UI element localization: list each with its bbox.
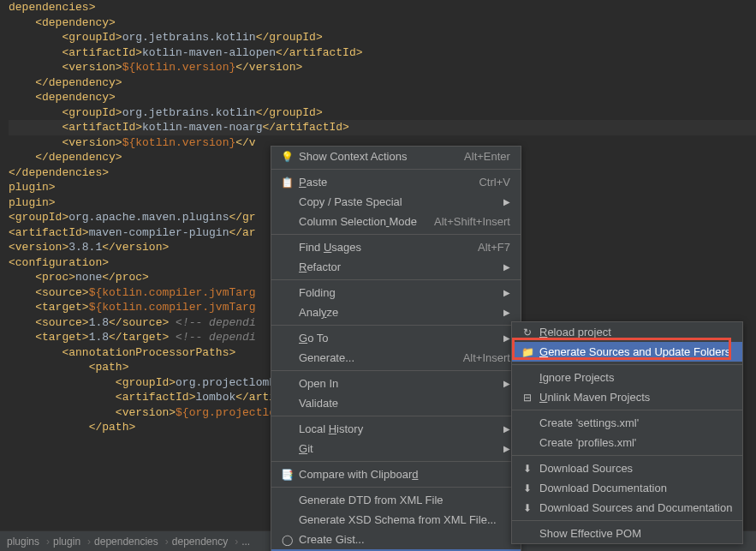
menu-item[interactable]: ⬇Download Documentation xyxy=(512,478,742,498)
menu-separator xyxy=(512,455,742,456)
menu-item[interactable]: Local History▶ xyxy=(271,419,521,439)
menu-icon: ↻ xyxy=(519,326,536,339)
submenu-arrow-icon: ▶ xyxy=(503,424,510,434)
code-text: ${kotlin.compiler.jvmTarg xyxy=(89,301,256,314)
context-menu: 💡Show Context ActionsAlt+Enter📋PasteCtrl… xyxy=(271,146,521,551)
menu-item[interactable]: 📑Compare with Clipboard xyxy=(271,464,521,484)
menu-item[interactable]: Find UsagesAlt+F7 xyxy=(271,237,521,257)
menu-label: Refactor xyxy=(299,261,486,273)
menu-item[interactable]: 📁Generate Sources and Update Folders xyxy=(512,342,742,362)
menu-label: Go To xyxy=(299,332,486,344)
menu-icon xyxy=(278,215,295,229)
menu-label: Create 'profiles.xml' xyxy=(539,436,732,449)
menu-label: Ignore Projects xyxy=(539,371,732,384)
menu-icon: ⬇ xyxy=(519,482,536,495)
maven-submenu: ↻Reload project📁Generate Sources and Upd… xyxy=(511,321,743,544)
submenu-arrow-icon: ▶ xyxy=(503,197,510,207)
code-text: ${kotlin.version} xyxy=(122,61,236,74)
breadcrumb-item[interactable]: plugins xyxy=(7,536,39,548)
code-text: ${kotlin.version} xyxy=(122,136,236,149)
menu-icon: 📑 xyxy=(278,468,295,482)
menu-item[interactable]: ⊟Unlink Maven Projects xyxy=(512,387,742,407)
menu-separator xyxy=(512,410,742,410)
menu-icon xyxy=(519,436,536,450)
menu-item[interactable]: Refactor▶ xyxy=(271,257,521,277)
menu-separator xyxy=(271,370,521,371)
menu-item[interactable]: Create 'profiles.xml' xyxy=(512,433,742,452)
menu-icon xyxy=(278,261,295,274)
menu-item[interactable]: ↻Reload project xyxy=(512,322,742,342)
menu-item[interactable]: 📋PasteCtrl+V xyxy=(271,172,521,192)
code-text: 3.8.1 xyxy=(68,241,102,254)
breadcrumb-separator-icon: › xyxy=(235,536,238,548)
menu-item[interactable]: Generate XSD Schema from XML File... xyxy=(271,510,521,530)
menu-icon xyxy=(278,397,295,410)
menu-separator xyxy=(271,461,521,462)
menu-icon xyxy=(278,351,295,365)
menu-item[interactable]: Generate...Alt+Insert xyxy=(271,348,521,368)
menu-icon xyxy=(278,422,295,436)
code-comment: <!-- dependi xyxy=(176,331,256,344)
menu-icon: ⊟ xyxy=(519,391,536,404)
menu-item[interactable]: 💡Show Context ActionsAlt+Enter xyxy=(271,147,521,166)
menu-label: Reload project xyxy=(539,326,732,338)
menu-shortcut: Alt+Shift+Insert xyxy=(434,215,510,228)
menu-label: Paste xyxy=(299,176,461,189)
menu-separator xyxy=(271,487,521,488)
menu-item[interactable]: Open In▶ xyxy=(271,374,521,393)
menu-label: Create 'settings.xml' xyxy=(539,416,732,429)
breadcrumb-item[interactable]: dependencies xyxy=(94,536,158,548)
code-text: kotlin-maven-noarg xyxy=(142,121,262,134)
menu-label: Show Effective POM xyxy=(539,527,732,540)
breadcrumb-item[interactable]: ... xyxy=(241,536,250,548)
menu-item[interactable]: ◯Create Gist... xyxy=(271,530,521,549)
menu-item[interactable]: Create 'settings.xml' xyxy=(512,413,742,433)
menu-label: Find Usages xyxy=(299,241,461,254)
menu-item[interactable]: Folding▶ xyxy=(271,283,521,302)
menu-icon: 📋 xyxy=(278,176,295,189)
menu-icon: ⬇ xyxy=(519,462,536,476)
menu-shortcut: Alt+Insert xyxy=(463,351,510,364)
menu-icon xyxy=(278,241,295,255)
menu-item[interactable]: Validate xyxy=(271,393,521,413)
menu-separator xyxy=(271,279,521,280)
submenu-arrow-icon: ▶ xyxy=(503,444,510,453)
code-comment: <!-- dependi xyxy=(176,316,256,329)
code-text: lombok xyxy=(195,391,235,404)
menu-label: Folding xyxy=(299,286,486,299)
submenu-arrow-icon: ▶ xyxy=(503,308,510,317)
menu-icon: 📁 xyxy=(519,345,536,359)
code-text: org.projectlomb xyxy=(176,376,276,389)
menu-item[interactable]: Analyze▶ xyxy=(271,302,521,322)
menu-label: Download Sources and Documentation xyxy=(539,501,732,514)
menu-icon xyxy=(519,527,536,541)
menu-item[interactable]: Ignore Projects xyxy=(512,368,742,387)
menu-label: Download Documentation xyxy=(539,482,732,494)
menu-separator xyxy=(512,520,742,521)
menu-label: Show Context Actions xyxy=(299,150,447,163)
menu-label: Compare with Clipboard xyxy=(299,468,510,481)
code-text: ${kotlin.compiler.jvmTarg xyxy=(89,286,256,299)
menu-label: Unlink Maven Projects xyxy=(539,391,732,404)
menu-label: Validate xyxy=(299,397,510,410)
menu-separator xyxy=(271,169,521,170)
menu-item[interactable]: Column Selection ModeAlt+Shift+Insert xyxy=(271,212,521,231)
menu-item[interactable]: Go To▶ xyxy=(271,328,521,348)
submenu-arrow-icon: ▶ xyxy=(503,288,510,297)
menu-item[interactable]: Generate DTD from XML File xyxy=(271,490,521,510)
menu-item[interactable]: Git▶ xyxy=(271,439,521,458)
menu-item[interactable]: Copy / Paste Special▶ xyxy=(271,192,521,212)
submenu-arrow-icon: ▶ xyxy=(503,262,510,272)
menu-label: Git xyxy=(299,442,486,455)
menu-label: Generate DTD from XML File xyxy=(299,494,510,506)
menu-item[interactable]: Show Effective POM xyxy=(512,524,742,543)
menu-item[interactable]: ⬇Download Sources and Documentation xyxy=(512,498,742,518)
breadcrumb-item[interactable]: plugin xyxy=(53,536,80,548)
code-text: kotlin-maven-allopen xyxy=(142,46,276,59)
menu-label: Copy / Paste Special xyxy=(299,195,486,208)
code-text: 1.8 xyxy=(89,331,109,344)
menu-icon xyxy=(278,306,295,320)
menu-item[interactable]: ⬇Download Sources xyxy=(512,458,742,478)
code-text: none xyxy=(75,271,102,284)
breadcrumb-item[interactable]: dependency xyxy=(172,536,228,548)
